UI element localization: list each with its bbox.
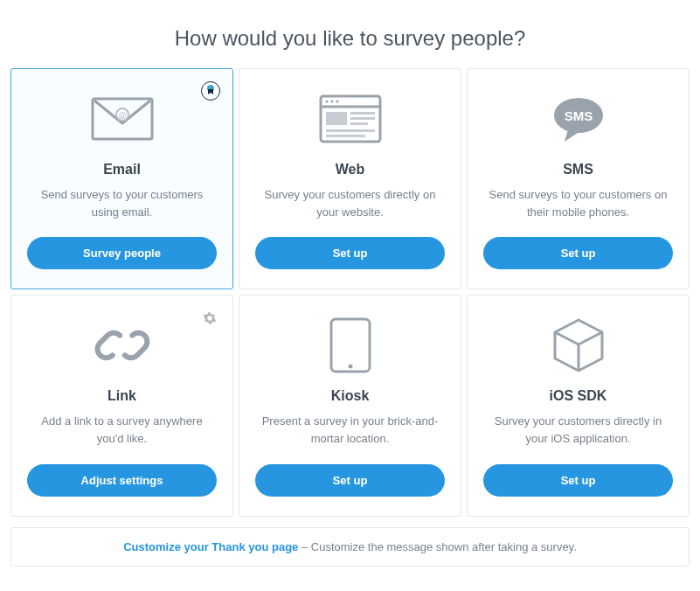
setup-button[interactable]: Set up (255, 237, 445, 269)
card-desc: Add a link to a survey anywhere you'd li… (27, 413, 217, 448)
svg-point-7 (325, 100, 328, 102)
card-desc: Survey your customers directly on your w… (255, 186, 445, 221)
setup-button[interactable]: Set up (483, 237, 673, 269)
badge-icon (201, 81, 220, 101)
footer-text: Customize the message shown after taking… (311, 540, 577, 553)
card-desc: Send surveys to your customers using ema… (27, 186, 217, 221)
card-title: Email (103, 162, 141, 177)
tablet-icon (329, 311, 372, 379)
setup-button[interactable]: Set up (483, 464, 673, 497)
channel-card-web[interactable]: Web Survey your customers directly on yo… (239, 68, 461, 289)
svg-point-8 (330, 100, 333, 102)
svg-rect-13 (350, 122, 368, 125)
envelope-icon: @ (91, 85, 154, 153)
adjust-settings-button[interactable]: Adjust settings (27, 464, 217, 497)
svg-text:SMS: SMS (564, 108, 593, 123)
svg-rect-14 (326, 129, 375, 132)
channel-card-email[interactable]: @ Email Send surveys to your customers u… (10, 68, 233, 289)
channel-card-link[interactable]: Link Add a link to a survey anywhere you… (10, 295, 233, 516)
svg-text:@: @ (118, 111, 126, 120)
survey-people-button[interactable]: Survey people (27, 237, 217, 269)
channel-grid: @ Email Send surveys to your customers u… (0, 68, 700, 522)
svg-rect-12 (350, 117, 375, 120)
card-title: Link (107, 388, 136, 404)
card-desc: Survey your customers directly in your i… (483, 413, 673, 448)
svg-point-19 (348, 365, 352, 369)
cube-icon (551, 311, 606, 379)
channel-card-sms[interactable]: SMS SMS Send surveys to your customers o… (467, 68, 690, 289)
card-desc: Present a survey in your brick-and-morta… (255, 413, 445, 448)
svg-point-9 (336, 100, 338, 102)
gear-icon[interactable] (203, 311, 217, 325)
card-title: Web (336, 162, 364, 177)
page-title: How would you like to survey people? (0, 0, 700, 68)
link-icon (93, 311, 152, 379)
setup-button[interactable]: Set up (255, 464, 445, 497)
card-title: iOS SDK (550, 388, 607, 404)
channel-card-iossdk[interactable]: iOS SDK Survey your customers directly i… (467, 295, 690, 516)
customize-thankyou-link[interactable]: Customize your Thank you page (123, 540, 298, 553)
svg-rect-18 (331, 319, 370, 372)
card-desc: Send surveys to your customers on their … (483, 186, 673, 221)
svg-rect-11 (350, 112, 375, 115)
footer-bar: Customize your Thank you page – Customiz… (10, 527, 690, 567)
footer-separator: – (298, 540, 310, 553)
browser-icon (319, 85, 382, 153)
svg-rect-15 (326, 135, 365, 137)
channel-card-kiosk[interactable]: Kiosk Present a survey in your brick-and… (239, 295, 461, 516)
card-title: SMS (563, 162, 593, 177)
svg-rect-10 (326, 112, 347, 125)
card-title: Kiosk (331, 388, 370, 404)
sms-icon: SMS (549, 85, 608, 153)
